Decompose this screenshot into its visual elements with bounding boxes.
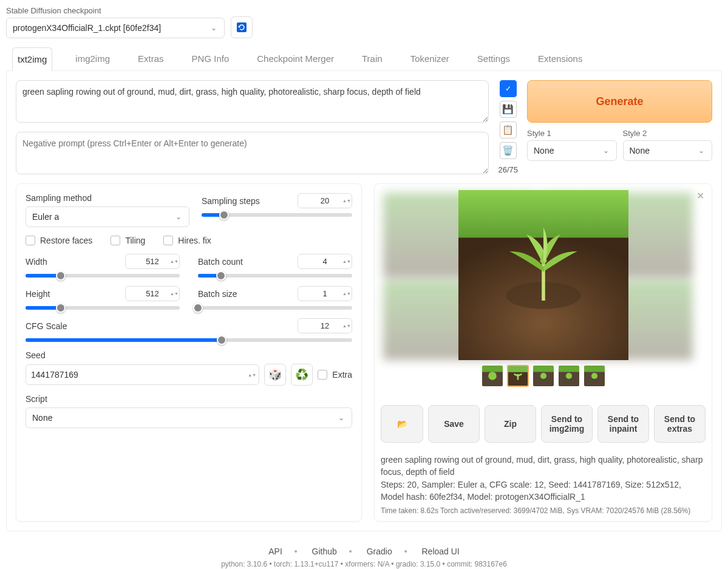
batch-count-slider[interactable] xyxy=(198,274,352,278)
token-counter: 26/75 xyxy=(498,165,518,174)
time-info: Time taken: 8.62s Torch active/reserved:… xyxy=(381,506,706,515)
extra-seed-checkbox[interactable] xyxy=(318,370,327,380)
tab-pnginfo[interactable]: PNG Info xyxy=(187,47,234,70)
chevron-down-icon: ⌄ xyxy=(175,213,182,221)
folder-icon: 📂 xyxy=(397,419,407,429)
generate-button[interactable]: Generate xyxy=(527,80,712,123)
checkpoint-label: Stable Diffusion checkpoint xyxy=(6,6,225,15)
footer-link-api[interactable]: API xyxy=(268,547,282,556)
checkpoint-dropdown[interactable]: protogenX34OfficialR_1.ckpt [60fe2f34] ⌄ xyxy=(6,18,225,38)
thumbnail-row xyxy=(381,365,706,387)
height-label: Height xyxy=(26,289,50,299)
restore-faces-label: Restore faces xyxy=(40,236,92,245)
checkpoint-value: protogenX34OfficialR_1.ckpt [60fe2f34] xyxy=(13,23,161,33)
footer-link-github[interactable]: Github xyxy=(312,547,337,556)
zip-button[interactable]: Zip xyxy=(485,405,536,443)
tiling-checkbox[interactable] xyxy=(111,236,120,245)
batch-size-input[interactable]: 1▲▼ xyxy=(298,286,352,301)
cfg-slider[interactable] xyxy=(26,338,352,342)
width-label: Width xyxy=(26,257,47,267)
chevron-down-icon: ⌄ xyxy=(603,146,609,155)
tab-settings[interactable]: Settings xyxy=(472,47,515,70)
spinner-icon[interactable]: ▲▼ xyxy=(342,288,350,299)
clear-prompt-button[interactable]: 🗑️ xyxy=(500,142,517,159)
spinner-icon[interactable]: ▲▼ xyxy=(342,320,350,332)
thumbnail-0[interactable] xyxy=(481,365,503,387)
sampling-steps-input[interactable]: 20▲▼ xyxy=(298,193,352,208)
thumbnail-2[interactable] xyxy=(532,365,554,387)
result-prompt: green sapling rowing out of ground, mud,… xyxy=(381,454,706,479)
thumbnail-4[interactable] xyxy=(583,365,605,387)
recycle-icon: ♻️ xyxy=(295,368,308,381)
style2-dropdown[interactable]: None⌄ xyxy=(623,140,713,161)
svg-point-6 xyxy=(488,372,497,380)
paste-button[interactable]: 📋 xyxy=(500,121,517,138)
spinner-icon[interactable]: ▲▼ xyxy=(342,256,350,267)
tab-tokenizer[interactable]: Tokenizer xyxy=(406,47,454,70)
tab-extras[interactable]: Extras xyxy=(133,47,169,70)
footer-versions: python: 3.10.6 • torch: 1.13.1+cu117 • x… xyxy=(6,560,722,568)
send-to-inpaint-button[interactable]: Send to inpaint xyxy=(597,405,649,443)
footer-link-gradio[interactable]: Gradio xyxy=(367,547,392,556)
refresh-checkpoint-button[interactable] xyxy=(231,16,253,38)
width-slider[interactable] xyxy=(26,274,180,278)
spinner-icon[interactable]: ▲▼ xyxy=(170,288,177,299)
height-input[interactable]: 512▲▼ xyxy=(125,286,180,301)
footer-links: API• Github• Gradio• Reload UI xyxy=(6,547,722,556)
sampling-method-label: Sampling method xyxy=(26,193,189,203)
open-folder-button[interactable]: 📂 xyxy=(381,405,423,443)
tab-img2img[interactable]: img2img xyxy=(70,47,115,70)
thumbnail-1[interactable] xyxy=(507,365,529,387)
spinner-icon[interactable]: ▲▼ xyxy=(342,195,350,206)
generation-info: green sapling rowing out of ground, mud,… xyxy=(381,454,706,503)
svg-point-11 xyxy=(540,373,546,379)
sampling-steps-label: Sampling steps xyxy=(202,196,260,206)
script-dropdown[interactable]: None⌄ xyxy=(26,407,352,428)
chevron-down-icon: ⌄ xyxy=(211,24,217,32)
batch-count-input[interactable]: 4▲▼ xyxy=(298,254,352,269)
chevron-down-icon: ⌄ xyxy=(698,146,704,155)
cfg-label: CFG Scale xyxy=(26,321,67,331)
width-input[interactable]: 512▲▼ xyxy=(125,254,180,269)
main-tabs: txt2img img2img Extras PNG Info Checkpoi… xyxy=(6,47,722,71)
style1-label: Style 1 xyxy=(527,129,617,138)
output-image[interactable] xyxy=(458,190,628,360)
svg-rect-9 xyxy=(533,366,554,372)
reuse-seed-button[interactable]: ♻️ xyxy=(291,364,313,386)
batch-size-slider[interactable] xyxy=(198,306,352,310)
svg-rect-7 xyxy=(508,366,528,372)
restore-faces-checkbox[interactable] xyxy=(26,236,35,245)
prompt-input[interactable]: green sapling rowing out of ground, mud,… xyxy=(16,80,489,123)
style2-label: Style 2 xyxy=(623,129,713,138)
negative-prompt-input[interactable] xyxy=(16,132,489,174)
seed-input[interactable]: 1441787169▲▼ xyxy=(26,364,259,385)
send-to-extras-button[interactable]: Send to extras xyxy=(654,405,706,443)
extra-label: Extra xyxy=(332,370,352,380)
sampling-steps-slider[interactable] xyxy=(202,213,352,217)
hiresfix-checkbox[interactable] xyxy=(163,236,173,245)
svg-rect-0 xyxy=(237,22,247,32)
script-label: Script xyxy=(26,394,352,404)
tab-train[interactable]: Train xyxy=(357,47,387,70)
save-prompt-button[interactable]: 💾 xyxy=(500,101,517,118)
height-slider[interactable] xyxy=(26,306,180,310)
batch-count-label: Batch count xyxy=(198,257,243,267)
thumbnail-3[interactable] xyxy=(558,365,580,387)
save-button[interactable]: Save xyxy=(428,405,480,443)
style1-dropdown[interactable]: None⌄ xyxy=(527,140,617,161)
svg-rect-15 xyxy=(584,366,605,372)
spinner-icon[interactable]: ▲▼ xyxy=(170,256,177,267)
cfg-input[interactable]: 12▲▼ xyxy=(298,318,352,333)
send-to-img2img-button[interactable]: Send to img2img xyxy=(541,405,593,443)
svg-point-14 xyxy=(565,373,571,379)
spinner-icon[interactable]: ▲▼ xyxy=(248,366,255,383)
tab-extensions[interactable]: Extensions xyxy=(533,47,587,70)
tab-checkpoint-merger[interactable]: Checkpoint Merger xyxy=(252,47,339,70)
random-seed-button[interactable]: 🎲 xyxy=(264,364,286,386)
sampling-method-dropdown[interactable]: Euler a⌄ xyxy=(26,206,189,227)
svg-rect-12 xyxy=(559,366,579,372)
footer-link-reload[interactable]: Reload UI xyxy=(421,547,459,556)
interrogate-button[interactable]: ✓ xyxy=(500,80,517,97)
tab-txt2img[interactable]: txt2img xyxy=(12,47,52,71)
chevron-down-icon: ⌄ xyxy=(338,414,344,422)
